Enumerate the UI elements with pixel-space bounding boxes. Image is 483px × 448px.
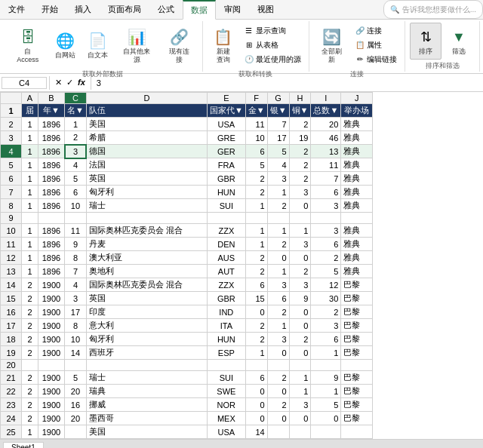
cell-h23[interactable]: 3 — [289, 398, 311, 412]
cell-g23[interactable]: 2 — [267, 398, 289, 412]
cell-a5[interactable]: 1 — [22, 158, 38, 172]
cell-a6[interactable]: 1 — [22, 172, 38, 186]
cell-b25[interactable]: 1900 — [38, 425, 65, 439]
cell-a17[interactable]: 2 — [22, 319, 38, 333]
cell-j10[interactable]: 雅典 — [341, 224, 373, 238]
cell-j23[interactable]: 巴黎 — [341, 398, 373, 412]
cell-b19[interactable]: 1900 — [38, 346, 65, 360]
cell-i14[interactable]: 12 — [311, 278, 341, 292]
header-年[interactable]: 年▼ — [38, 104, 65, 118]
cell-g18[interactable]: 3 — [267, 333, 289, 346]
cell-a20[interactable] — [22, 360, 38, 371]
header-国家代[interactable]: 国家代▼ — [207, 104, 245, 118]
cell-j12[interactable]: 雅典 — [341, 251, 373, 265]
properties-button[interactable]: 📋 属性 — [352, 38, 400, 52]
cell-h11[interactable]: 3 — [289, 238, 311, 251]
cell-f7[interactable]: 2 — [245, 186, 267, 199]
cell-b12[interactable]: 1896 — [38, 251, 65, 265]
cell-c25[interactable] — [65, 425, 87, 439]
cell-b22[interactable]: 1900 — [38, 385, 65, 398]
cell-i6[interactable]: 7 — [311, 172, 341, 186]
cell-c7[interactable]: 6 — [65, 186, 87, 199]
cell-e15[interactable]: GBR — [207, 292, 245, 305]
cell-h19[interactable]: 0 — [289, 346, 311, 360]
cell-i15[interactable]: 30 — [311, 292, 341, 305]
cell-h3[interactable]: 19 — [289, 131, 311, 145]
header-举办[interactable]: 举办场 — [341, 104, 373, 118]
col-header-i[interactable]: I — [311, 93, 341, 104]
cell-c24[interactable]: 20 — [65, 412, 87, 425]
cell-a13[interactable]: 1 — [22, 265, 38, 278]
cell-c19[interactable]: 14 — [65, 346, 87, 360]
cell-h20[interactable] — [289, 360, 311, 371]
cell-e2[interactable]: USA — [207, 118, 245, 131]
sort-button[interactable]: ⇅ 排序 — [410, 23, 441, 60]
header-铜[interactable]: 铜▼ — [289, 104, 311, 118]
col-header-g[interactable]: G — [267, 93, 289, 104]
header-届[interactable]: 届 — [22, 104, 38, 118]
cell-b3[interactable]: 1896 — [38, 131, 65, 145]
cell-h22[interactable]: 1 — [289, 385, 311, 398]
cell-f18[interactable]: 2 — [245, 333, 267, 346]
cell-h8[interactable]: 0 — [289, 199, 311, 213]
cell-h5[interactable]: 2 — [289, 158, 311, 172]
cell-j6[interactable]: 雅典 — [341, 172, 373, 186]
cell-h17[interactable]: 0 — [289, 319, 311, 333]
cell-a21[interactable]: 2 — [22, 371, 38, 385]
cell-f16[interactable]: 0 — [245, 305, 267, 319]
cell-e13[interactable]: AUT — [207, 265, 245, 278]
col-header-f[interactable]: F — [245, 93, 267, 104]
cell-e24[interactable]: MEX — [207, 412, 245, 425]
col-header-h[interactable]: H — [289, 93, 311, 104]
cell-i20[interactable] — [311, 360, 341, 371]
cell-c16[interactable]: 17 — [65, 305, 87, 319]
cell-e17[interactable]: ITA — [207, 319, 245, 333]
cell-i2[interactable]: 20 — [311, 118, 341, 131]
header-总数[interactable]: 总数▼ — [311, 104, 341, 118]
cell-j21[interactable]: 巴黎 — [341, 371, 373, 385]
header-名[interactable]: 名▼ — [65, 104, 87, 118]
text-button[interactable]: 📄 自文本 — [82, 26, 113, 63]
cell-d16[interactable]: 印度 — [86, 305, 207, 319]
cell-c13[interactable]: 7 — [65, 265, 87, 278]
cell-d10[interactable]: 国际奥林匹克委员会 混合 — [86, 224, 207, 238]
cell-g4[interactable]: 5 — [267, 145, 289, 158]
cell-a12[interactable]: 1 — [22, 251, 38, 265]
tell-me-box[interactable]: 🔍 告诉我您想要做什么... — [383, 0, 483, 19]
cell-e12[interactable]: AUS — [207, 251, 245, 265]
tab-home[interactable]: 开始 — [33, 0, 66, 19]
cell-g9[interactable] — [267, 213, 289, 224]
cancel-formula-icon[interactable]: ✕ — [54, 77, 63, 88]
cell-h10[interactable]: 1 — [289, 224, 311, 238]
col-header-d[interactable]: D — [86, 93, 207, 104]
col-header-c[interactable]: C — [65, 93, 87, 104]
cell-j20[interactable] — [341, 360, 373, 371]
cell-i10[interactable]: 3 — [311, 224, 341, 238]
cell-e9[interactable] — [207, 213, 245, 224]
cell-d23[interactable]: 挪威 — [86, 398, 207, 412]
cell-h13[interactable]: 2 — [289, 265, 311, 278]
cell-b16[interactable]: 1900 — [38, 305, 65, 319]
cell-f14[interactable]: 6 — [245, 278, 267, 292]
cell-b11[interactable]: 1896 — [38, 238, 65, 251]
other-sources-button[interactable]: 📊 自其他来源 — [115, 23, 158, 68]
cell-j24[interactable]: 巴黎 — [341, 412, 373, 425]
header-金[interactable]: 金▼ — [245, 104, 267, 118]
cell-e7[interactable]: HUN — [207, 186, 245, 199]
cell-d21[interactable]: 瑞士 — [86, 371, 207, 385]
cell-j22[interactable]: 巴黎 — [341, 385, 373, 398]
cell-c10[interactable]: 11 — [65, 224, 87, 238]
cell-f23[interactable]: 0 — [245, 398, 267, 412]
cell-i23[interactable]: 5 — [311, 398, 341, 412]
col-header-e[interactable]: E — [207, 93, 245, 104]
cell-a14[interactable]: 2 — [22, 278, 38, 292]
cell-h7[interactable]: 3 — [289, 186, 311, 199]
cell-f5[interactable]: 5 — [245, 158, 267, 172]
cell-a9[interactable] — [22, 213, 38, 224]
cell-c14[interactable]: 4 — [65, 278, 87, 292]
filter-button[interactable]: ▼ 筛选 — [443, 23, 475, 60]
cell-b9[interactable] — [38, 213, 65, 224]
cell-g6[interactable]: 3 — [267, 172, 289, 186]
cell-f17[interactable]: 2 — [245, 319, 267, 333]
cell-i4[interactable]: 13 — [311, 145, 341, 158]
